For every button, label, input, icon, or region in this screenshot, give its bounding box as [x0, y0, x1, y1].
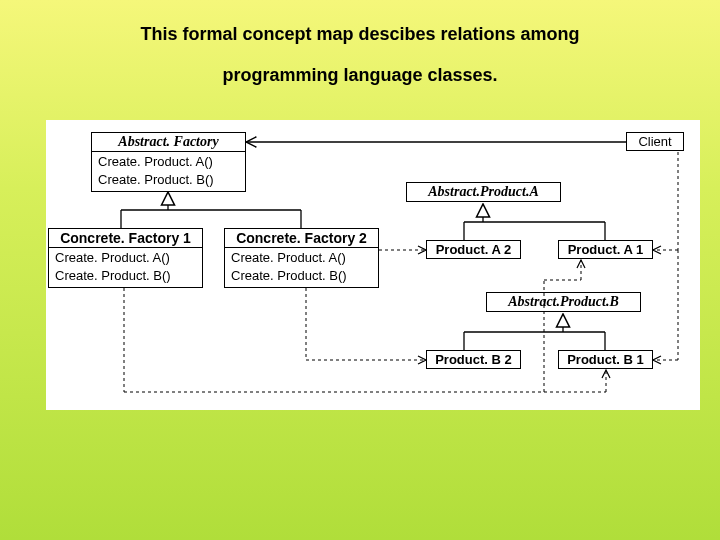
concrete-factory-1-m2: Create. Product. B()	[55, 267, 196, 285]
abstract-product-a-label: Abstract.Product.A	[428, 184, 538, 199]
product-a2-label: Product. A 2	[436, 242, 512, 257]
product-b1-label: Product. B 1	[567, 352, 644, 367]
page-title: This formal concept map descibes relatio…	[0, 0, 720, 47]
class-product-b1: Product. B 1	[558, 350, 653, 369]
concrete-factory-1-methods: Create. Product. A() Create. Product. B(…	[49, 248, 202, 287]
abstract-factory-methods: Create. Product. A() Create. Product. B(…	[92, 152, 245, 191]
class-abstract-product-a: Abstract.Product.A	[406, 182, 561, 202]
class-product-b2: Product. B 2	[426, 350, 521, 369]
page-subtitle: programming language classes.	[0, 65, 720, 86]
class-abstract-factory: Abstract. Factory Create. Product. A() C…	[91, 132, 246, 192]
class-client: Client	[626, 132, 684, 151]
product-b2-label: Product. B 2	[435, 352, 512, 367]
title-line2: programming language classes.	[222, 65, 497, 85]
concrete-factory-2-m2: Create. Product. B()	[231, 267, 372, 285]
abstract-factory-title: Abstract. Factory	[92, 133, 245, 152]
abstract-product-b-label: Abstract.Product.B	[508, 294, 618, 309]
class-concrete-factory-2: Concrete. Factory 2 Create. Product. A()…	[224, 228, 379, 288]
title-line1: This formal concept map descibes relatio…	[140, 24, 579, 44]
class-product-a2: Product. A 2	[426, 240, 521, 259]
concrete-factory-2-m1: Create. Product. A()	[231, 249, 372, 267]
abstract-factory-m1: Create. Product. A()	[98, 153, 239, 171]
concrete-factory-1-m1: Create. Product. A()	[55, 249, 196, 267]
concrete-factory-2-methods: Create. Product. A() Create. Product. B(…	[225, 248, 378, 287]
concrete-factory-2-title: Concrete. Factory 2	[225, 229, 378, 248]
concrete-factory-1-title: Concrete. Factory 1	[49, 229, 202, 248]
client-label: Client	[638, 134, 671, 149]
class-abstract-product-b: Abstract.Product.B	[486, 292, 641, 312]
abstract-factory-m2: Create. Product. B()	[98, 171, 239, 189]
class-concrete-factory-1: Concrete. Factory 1 Create. Product. A()…	[48, 228, 203, 288]
class-product-a1: Product. A 1	[558, 240, 653, 259]
product-a1-label: Product. A 1	[568, 242, 644, 257]
diagram-panel: Abstract. Factory Create. Product. A() C…	[46, 120, 700, 410]
